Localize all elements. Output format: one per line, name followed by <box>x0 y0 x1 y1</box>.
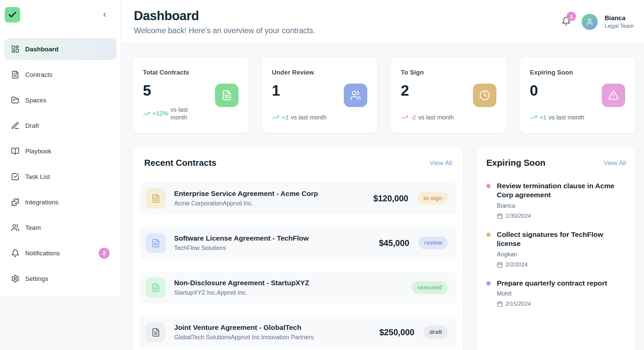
expiring-item[interactable]: Review termination clause in Acme Corp a… <box>486 182 626 219</box>
check-square-icon <box>11 172 19 181</box>
sidebar-item-contracts[interactable]: Contracts <box>4 64 116 85</box>
expiring-item-owner: Bianca <box>497 202 622 209</box>
header-actions: 2 Bianca Legal Team <box>561 14 634 30</box>
file-text-icon <box>151 283 160 292</box>
contract-value: $250,000 <box>379 328 414 337</box>
sidebar-item-integrations[interactable]: Integrations <box>4 192 116 213</box>
expiring-item-title: Review termination clause in Acme Corp a… <box>497 182 622 200</box>
priority-dot <box>486 281 491 286</box>
panels-row: Recent Contracts View All Enterprise Ser… <box>132 147 636 350</box>
contract-row[interactable]: Joint Venture Agreement - GlobalTechGlob… <box>140 316 457 348</box>
sidebar-item-label: Notifications <box>25 250 60 257</box>
trending-up-icon <box>530 114 537 121</box>
contract-row[interactable]: Enterprise Service Agreement - Acme Corp… <box>140 182 457 214</box>
file-text-icon <box>151 328 160 337</box>
sidebar-item-task-list[interactable]: Task List <box>4 166 116 187</box>
expiring-item-date-text: 2/15/2024 <box>505 301 531 307</box>
recent-contracts-header: Recent Contracts View All <box>140 158 457 168</box>
contract-title: Joint Venture Agreement - GlobalTech <box>174 323 314 332</box>
contract-icon-tile <box>146 322 166 342</box>
expiring-item-owner: Mohit <box>497 290 607 297</box>
stat-card-to-sign: To Sign2-2vs last month <box>390 56 507 134</box>
stat-icon-tile <box>215 84 238 107</box>
pen-line-icon <box>11 121 19 130</box>
priority-dot <box>486 184 491 188</box>
contract-value: $45,000 <box>379 238 409 248</box>
expiring-item-body: Collect signatures for TechFlow licenseA… <box>497 230 622 268</box>
stat-card-expiring-soon: Expiring Soon0+1vs last month <box>520 56 636 134</box>
sidebar-item-label: Integrations <box>25 199 58 206</box>
stat-label: Total Contracts <box>143 69 238 76</box>
contract-meta: $250,000draft <box>379 326 448 339</box>
sidebar: DashboardContractsSpacesDraftPlaybookTas… <box>0 0 121 296</box>
avatar[interactable] <box>582 14 598 30</box>
stat-delta: +3 <box>282 114 289 121</box>
stat-icon-tile <box>473 84 496 107</box>
expiring-view-all-link[interactable]: View All <box>604 159 626 167</box>
contract-meta: $120,000to sign <box>373 192 448 205</box>
expiring-soon-header: Expiring Soon View All <box>486 158 626 168</box>
user-info: Bianca Legal Team <box>604 14 634 30</box>
stat-trend: +3vs last month <box>272 114 327 121</box>
expiring-soon-title: Expiring Soon <box>486 158 545 168</box>
contract-info: Enterprise Service Agreement - Acme Corp… <box>174 190 318 207</box>
stat-label: Under Review <box>272 69 368 76</box>
sidebar-item-spaces[interactable]: Spaces <box>4 90 116 111</box>
contract-info: Joint Venture Agreement - GlobalTechGlob… <box>174 323 314 341</box>
recent-contracts-title: Recent Contracts <box>144 158 216 168</box>
sidebar-item-settings[interactable]: Settings <box>4 268 116 289</box>
stat-trend: -2vs last month <box>401 114 454 121</box>
alert-triangle-icon <box>608 90 619 101</box>
contract-title: Enterprise Service Agreement - Acme Corp <box>174 190 318 198</box>
expiring-item-title: Collect signatures for TechFlow license <box>497 230 622 248</box>
stat-label: Expiring Soon <box>530 69 626 76</box>
stat-delta-suffix: vs last month <box>291 114 326 121</box>
recent-view-all-link[interactable]: View All <box>430 159 452 167</box>
user-role: Legal Team <box>604 23 634 30</box>
contract-row[interactable]: Non-Disclosure Agreement - StartupXYZSta… <box>140 271 457 304</box>
notifications-button[interactable]: 2 <box>561 16 571 27</box>
file-text-icon <box>151 194 160 203</box>
sidebar-collapse-button[interactable] <box>100 10 109 19</box>
users-icon <box>350 90 361 101</box>
status-badge: review <box>419 237 448 249</box>
contract-title: Software License Agreement - TechFlow <box>174 234 309 242</box>
sidebar-item-notifications[interactable]: Notifications2 <box>4 243 116 264</box>
expiring-item[interactable]: Collect signatures for TechFlow licenseA… <box>486 230 626 268</box>
sidebar-item-playbook[interactable]: Playbook <box>4 141 116 162</box>
sidebar-item-label: Playbook <box>25 148 51 155</box>
sidebar-item-label: Dashboard <box>25 46 58 53</box>
sidebar-item-dashboard[interactable]: Dashboard <box>4 39 116 60</box>
contract-info: Non-Disclosure Agreement - StartupXYZSta… <box>174 279 309 296</box>
folder-open-icon <box>11 96 19 104</box>
users-icon <box>11 223 19 232</box>
contract-parties: TechFlow Solutions <box>174 245 309 252</box>
contract-icon-tile <box>146 278 166 298</box>
contract-parties: StartupXYZ Inc.Apprvd Inc. <box>174 289 309 296</box>
expiring-item-date: 2/2/2024 <box>497 261 622 268</box>
file-text-icon <box>221 90 232 101</box>
expiring-item-date-text: 2/2/2024 <box>505 261 528 268</box>
stat-card-total-contracts: Total Contracts5+12%vs last month <box>132 56 249 134</box>
trending-up-icon <box>401 114 408 121</box>
notification-count-badge: 2 <box>567 12 576 21</box>
calendar-icon <box>497 301 503 307</box>
book-open-icon <box>11 147 19 155</box>
contract-icon-tile <box>146 188 166 208</box>
expiring-item-owner: Angkan <box>497 251 622 258</box>
stat-icon-tile <box>344 84 367 107</box>
expiring-item-date: 2/15/2024 <box>497 301 607 307</box>
expiring-item-body: Prepare quarterly contract reportMohit2/… <box>497 279 607 308</box>
bell-icon <box>11 249 19 257</box>
puzzle-icon <box>11 198 19 206</box>
expiring-item[interactable]: Prepare quarterly contract reportMohit2/… <box>486 279 626 308</box>
contract-value: $120,000 <box>373 194 408 203</box>
contract-parties: Acme CorporationApprvd Inc. <box>174 200 318 207</box>
sidebar-item-team[interactable]: Team <box>4 217 116 238</box>
file-text-icon <box>151 239 160 248</box>
contract-row[interactable]: Software License Agreement - TechFlowTec… <box>140 227 457 259</box>
sidebar-item-draft[interactable]: Draft <box>4 115 116 136</box>
calendar-icon <box>497 213 503 219</box>
expiring-list: Review termination clause in Acme Corp a… <box>486 182 626 307</box>
stat-trend: +1vs last month <box>530 114 585 121</box>
